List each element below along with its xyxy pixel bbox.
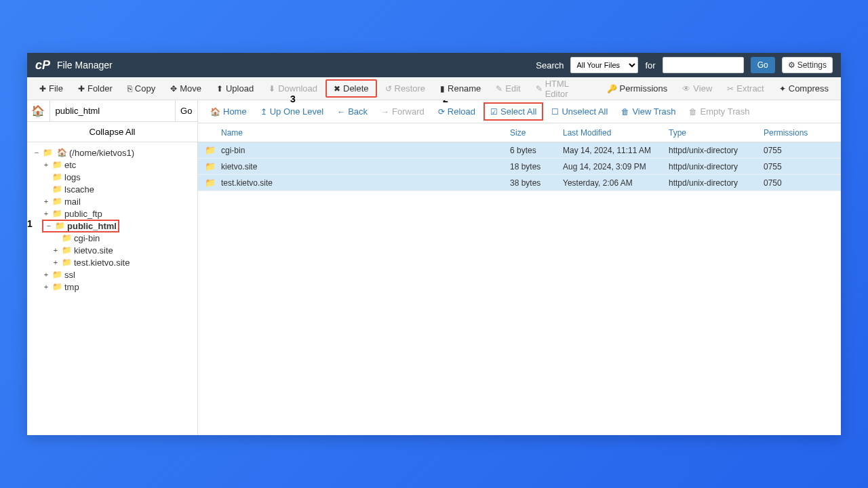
- tree-root[interactable]: −📁🏠(/home/kietvos1): [30, 146, 195, 159]
- undo-icon: ↺: [385, 84, 392, 94]
- table-row[interactable]: 📁kietvo.site 18 bytes Aug 14, 2024, 3:09…: [198, 159, 841, 175]
- settings-button[interactable]: ⚙Settings: [782, 57, 833, 73]
- tree-node-public-ftp[interactable]: +📁public_ftp: [30, 207, 195, 220]
- tree-node-logs[interactable]: 📁logs: [30, 171, 195, 183]
- trash-icon: 🗑: [689, 107, 697, 117]
- delete-button[interactable]: ✖Delete: [326, 79, 377, 98]
- annotation-1: 1: [27, 218, 33, 229]
- main-panel: 🏠Home ↥Up One Level ←Back →Forward ⟳Relo…: [198, 100, 841, 435]
- folder-icon: 📁: [52, 209, 62, 218]
- collapse-all-button[interactable]: Collapse All: [27, 122, 197, 142]
- folder-button[interactable]: ✚Folder: [71, 81, 119, 96]
- key-icon: 🔑: [607, 84, 617, 94]
- home-icon: 🏠: [57, 148, 67, 157]
- path-input[interactable]: [50, 100, 175, 121]
- search-input[interactable]: [663, 57, 744, 73]
- folder-icon: 📁: [52, 270, 62, 279]
- folder-icon: 📁: [43, 148, 53, 157]
- arrow-left-icon: ←: [337, 107, 345, 117]
- copy-button[interactable]: ⎘Copy: [121, 81, 162, 96]
- unselect-all-button[interactable]: ☐Unselect All: [546, 104, 613, 119]
- restore-button[interactable]: ↺Restore: [378, 81, 433, 96]
- empty-trash-button[interactable]: 🗑Empty Trash: [684, 104, 755, 119]
- table-row[interactable]: 📁cgi-bin 6 bytes May 14, 2024, 11:11 AM …: [198, 142, 841, 159]
- eye-icon: 👁: [682, 84, 690, 94]
- tree-node-ssl[interactable]: +📁ssl: [30, 268, 195, 281]
- expand-icon[interactable]: +: [42, 161, 50, 169]
- file-type: httpd/unix-directory: [669, 178, 764, 188]
- nav-home-button[interactable]: 🏠Home: [205, 104, 252, 119]
- file-type: httpd/unix-directory: [669, 146, 764, 155]
- folder-icon: 📁: [62, 233, 72, 243]
- square-icon: ☐: [551, 107, 559, 117]
- tree-node-etc[interactable]: +📁etc: [30, 159, 195, 171]
- tree-node-tmp[interactable]: +📁tmp: [30, 281, 195, 293]
- search-go-button[interactable]: Go: [751, 57, 775, 73]
- trash-icon: 🗑: [621, 107, 629, 117]
- cpanel-logo-icon: cP: [35, 58, 50, 73]
- reload-icon: ⟳: [438, 107, 445, 117]
- col-size[interactable]: Size: [510, 128, 563, 138]
- expand-icon[interactable]: +: [42, 209, 50, 218]
- tree-node-mail[interactable]: +📁mail: [30, 195, 195, 207]
- home-path-button[interactable]: 🏠: [27, 100, 50, 121]
- copy-icon: ⎘: [127, 84, 132, 94]
- compress-button[interactable]: ✦Compress: [772, 81, 835, 96]
- rename-button[interactable]: ▮Rename: [433, 81, 488, 96]
- folder-tree: −📁🏠(/home/kietvos1) +📁etc 📁logs 📁lscache…: [27, 142, 197, 297]
- expand-icon[interactable]: +: [42, 197, 50, 205]
- up-one-level-button[interactable]: ↥Up One Level: [255, 104, 330, 119]
- plus-icon: ✚: [39, 84, 46, 94]
- path-go-button[interactable]: Go: [175, 100, 198, 121]
- forward-button[interactable]: →Forward: [376, 104, 430, 119]
- search-scope-select[interactable]: All Your Files: [570, 57, 638, 73]
- extract-button[interactable]: ✂Extract: [720, 81, 770, 96]
- for-label: for: [645, 60, 655, 70]
- tree-node-public-html[interactable]: −📁public_html: [30, 220, 195, 232]
- permissions-button[interactable]: 🔑Permissions: [600, 81, 675, 96]
- file-size: 18 bytes: [510, 162, 563, 171]
- app-header: cP File Manager Search All Your Files fo…: [27, 53, 841, 77]
- reload-button[interactable]: ⟳Reload: [433, 104, 481, 119]
- annotation-2: 2: [443, 100, 448, 104]
- folder-icon: 📁: [52, 197, 62, 206]
- col-name[interactable]: Name: [205, 128, 510, 138]
- file-button[interactable]: ✚File: [33, 81, 70, 96]
- col-permissions[interactable]: Permissions: [764, 128, 834, 138]
- tree-node-cgi-bin[interactable]: 📁cgi-bin: [30, 232, 195, 244]
- tree-node-lscache[interactable]: 📁lscache: [30, 183, 195, 195]
- tree-node-kietvo[interactable]: +📁kietvo.site: [30, 244, 195, 256]
- navigation-toolbar: 🏠Home ↥Up One Level ←Back →Forward ⟳Relo…: [198, 100, 841, 123]
- view-button[interactable]: 👁View: [675, 81, 719, 96]
- back-button[interactable]: ←Back: [332, 104, 373, 119]
- file-modified: Aug 14, 2024, 3:09 PM: [563, 162, 669, 171]
- expand-icon[interactable]: +: [52, 246, 60, 254]
- table-row[interactable]: 📁test.kietvo.site 38 bytes Yesterday, 2:…: [198, 175, 841, 191]
- folder-open-icon: 📁: [55, 221, 65, 230]
- folder-icon: 📁: [62, 245, 72, 255]
- move-button[interactable]: ✥Move: [163, 81, 208, 96]
- col-type[interactable]: Type: [669, 128, 764, 138]
- collapse-icon[interactable]: −: [45, 222, 53, 230]
- expand-icon[interactable]: +: [42, 283, 50, 291]
- move-icon: ✥: [170, 84, 177, 94]
- folder-icon: 📁: [52, 172, 62, 182]
- upload-button[interactable]: ⬆Upload: [210, 81, 260, 96]
- file-permissions: 0755: [764, 162, 834, 171]
- collapse-icon[interactable]: −: [33, 148, 41, 157]
- select-all-button[interactable]: ☑Select All: [484, 102, 543, 121]
- file-icon: ▮: [440, 84, 445, 94]
- col-last-modified[interactable]: Last Modified: [563, 128, 669, 138]
- pencil-icon: ✎: [536, 84, 542, 94]
- folder-icon: 📁: [205, 178, 216, 188]
- download-icon: ⬇: [269, 84, 275, 94]
- compress-icon: ✦: [779, 84, 786, 94]
- expand-icon[interactable]: +: [42, 270, 50, 279]
- edit-button[interactable]: ✎Edit: [489, 81, 527, 96]
- expand-icon[interactable]: +: [52, 258, 60, 266]
- tree-node-test-kietvo[interactable]: +📁test.kietvo.site: [30, 256, 195, 268]
- file-modified: May 14, 2024, 11:11 AM: [563, 146, 669, 155]
- view-trash-button[interactable]: 🗑View Trash: [616, 104, 681, 119]
- html-editor-button[interactable]: ✎HTML Editor: [529, 76, 599, 102]
- main-toolbar: ✚File ✚Folder ⎘Copy ✥Move ⬆Upload ⬇Downl…: [27, 77, 841, 100]
